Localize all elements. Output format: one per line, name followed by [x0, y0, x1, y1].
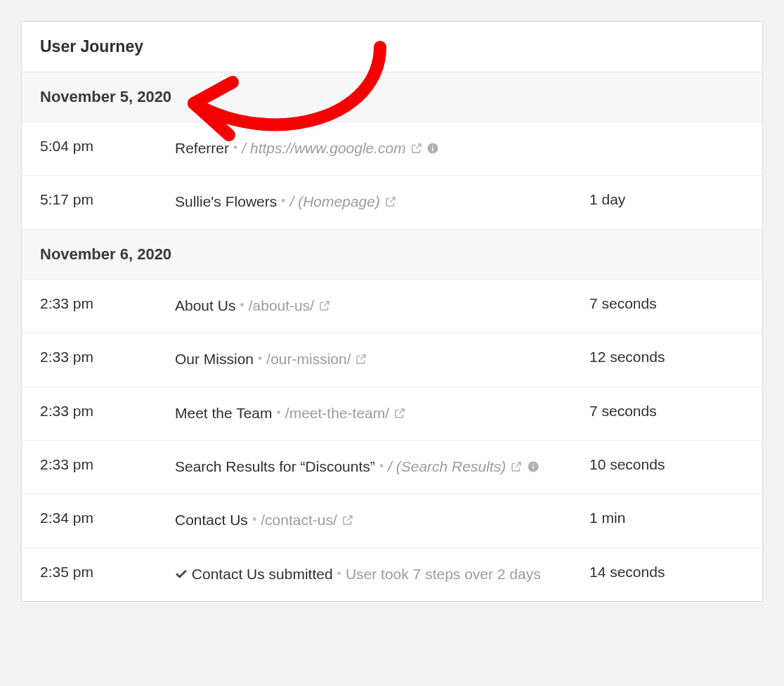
row-path: / (Search Results)	[388, 458, 506, 474]
separator-dot: •	[254, 351, 266, 365]
row-path: /our-mission/	[266, 351, 351, 367]
external-link-icon[interactable]	[410, 139, 423, 160]
journey-row: 2:33 pmMeet the Team•/meet-the-team/ 7 s…	[22, 387, 762, 441]
row-main: Referrer•/ https://www.google.com	[175, 138, 581, 160]
separator-dot: •	[229, 141, 242, 155]
row-time: 5:17 pm	[40, 191, 166, 208]
row-time: 2:35 pm	[40, 564, 166, 581]
external-link-icon[interactable]	[355, 350, 367, 370]
row-main: Sullie's Flowers•/ (Homepage)	[175, 191, 581, 213]
row-path: /about-us/	[249, 297, 314, 313]
row-duration: 14 seconds	[589, 564, 744, 581]
row-duration: 10 seconds	[589, 456, 744, 473]
page-title: User Journey	[40, 37, 744, 56]
external-link-icon[interactable]	[318, 297, 331, 317]
date-header: November 5, 2020	[22, 72, 762, 122]
svg-rect-1	[433, 148, 434, 151]
row-duration: 12 seconds	[589, 349, 744, 365]
row-time: 5:04 pm	[40, 138, 166, 155]
separator-dot: •	[273, 406, 285, 420]
external-link-icon[interactable]	[393, 404, 406, 425]
separator-dot: •	[277, 194, 289, 208]
separator-dot: •	[333, 567, 346, 581]
row-path: /meet-the-team/	[285, 405, 389, 421]
journey-row: 5:17 pmSullie's Flowers•/ (Homepage) 1 d…	[22, 176, 762, 229]
row-title: About Us	[175, 297, 235, 313]
separator-dot: •	[375, 459, 388, 473]
journey-row: 5:04 pmReferrer•/ https://www.google.com	[22, 122, 762, 176]
row-main: Meet the Team•/meet-the-team/	[175, 403, 581, 425]
svg-rect-4	[533, 465, 534, 469]
row-main: About Us•/about-us/	[175, 295, 581, 317]
external-link-icon[interactable]	[510, 458, 523, 478]
row-path: User took 7 steps over 2 days	[346, 566, 541, 582]
date-header: November 6, 2020	[22, 230, 762, 280]
row-path: / (Homepage)	[290, 193, 380, 209]
separator-dot: •	[248, 512, 261, 526]
row-time: 2:33 pm	[40, 403, 166, 420]
row-duration: 1 min	[589, 510, 744, 526]
journey-row: 2:34 pmContact Us•/contact-us/ 1 min	[22, 494, 762, 548]
row-title: Contact Us submitted	[192, 566, 333, 582]
row-duration: 7 seconds	[589, 295, 744, 312]
journey-row: 2:33 pmSearch Results for “Discounts”•/ …	[22, 441, 762, 494]
journey-row: 2:33 pmOur Mission•/our-mission/ 12 seco…	[22, 333, 762, 387]
journey-row: 2:33 pmAbout Us•/about-us/ 7 seconds	[22, 280, 762, 333]
row-title: Search Results for “Discounts”	[175, 458, 375, 474]
row-time: 2:33 pm	[40, 456, 166, 473]
panel-header: User Journey	[22, 22, 762, 72]
external-link-icon[interactable]	[384, 193, 397, 213]
row-path: / https://www.google.com	[242, 140, 405, 156]
row-time: 2:34 pm	[40, 510, 166, 526]
row-time: 2:33 pm	[40, 349, 166, 365]
svg-rect-2	[433, 145, 434, 147]
info-icon[interactable]	[527, 458, 540, 478]
row-title: Our Mission	[175, 351, 254, 367]
check-icon	[175, 565, 188, 585]
row-duration: 7 seconds	[589, 403, 744, 420]
row-main: Contact Us•/contact-us/	[175, 510, 581, 531]
info-icon[interactable]	[426, 139, 439, 160]
user-journey-panel: User Journey November 5, 20205:04 pmRefe…	[21, 21, 763, 602]
row-title: Referrer	[175, 140, 229, 156]
journey-row: 2:35 pm Contact Us submitted•User took 7…	[22, 548, 762, 601]
row-main: Contact Us submitted•User took 7 steps o…	[175, 564, 581, 585]
row-time: 2:33 pm	[40, 295, 166, 312]
row-main: Search Results for “Discounts”•/ (Search…	[175, 456, 581, 478]
separator-dot: •	[235, 298, 248, 312]
row-title: Sullie's Flowers	[175, 193, 277, 209]
row-title: Contact Us	[175, 512, 248, 528]
svg-rect-5	[533, 463, 534, 465]
row-path: /contact-us/	[261, 512, 337, 528]
row-duration: 1 day	[589, 191, 744, 208]
row-main: Our Mission•/our-mission/	[175, 349, 581, 370]
row-title: Meet the Team	[175, 405, 273, 421]
external-link-icon[interactable]	[341, 511, 354, 531]
